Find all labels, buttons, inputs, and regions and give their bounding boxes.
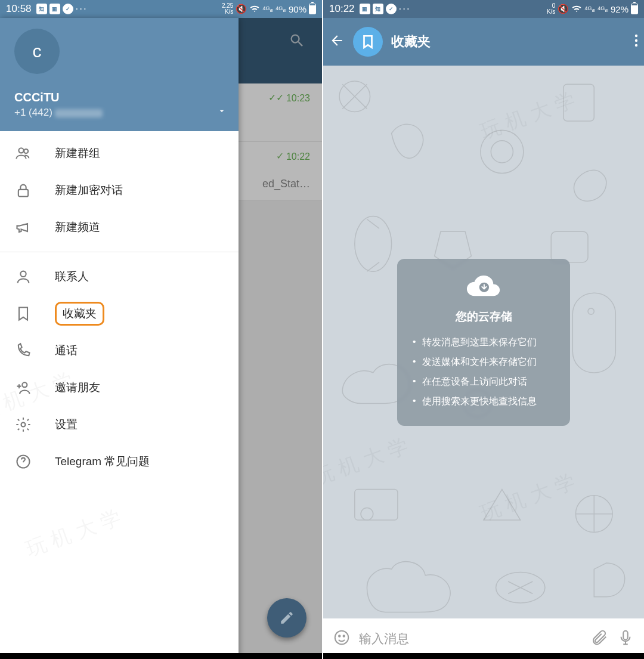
svg-point-5 — [21, 423, 26, 427]
status-time: 10:22 — [329, 3, 355, 15]
svg-rect-2 — [18, 190, 28, 197]
status-time: 10:58 — [6, 3, 32, 15]
status-battery-pct: 90% — [289, 4, 306, 14]
drawer-header[interactable]: c CCCiTU +1 (442) — [0, 18, 239, 131]
svg-point-25 — [343, 635, 345, 637]
status-battery-pct: 92% — [611, 4, 628, 14]
svg-point-14 — [355, 216, 392, 271]
cloud-card-bullet: 发送媒体和文件来存储它们 — [413, 352, 555, 372]
microphone-icon[interactable] — [617, 629, 634, 649]
drawer-faq[interactable]: Telegram 常见问题 — [0, 443, 239, 480]
cloud-storage-card: 您的云存储 转发消息到这里来保存它们 发送媒体和文件来存储它们 在任意设备上访问… — [397, 259, 570, 426]
cloud-card-bullet: 在任意设备上访问此对话 — [413, 372, 555, 392]
cloud-download-icon — [413, 272, 555, 303]
attachment-icon[interactable] — [590, 629, 608, 649]
svg-point-19 — [361, 508, 373, 520]
cloud-card-bullet: 使用搜索来更快地查找信息 — [413, 392, 555, 412]
svg-point-4 — [22, 382, 27, 387]
drawer-settings[interactable]: 设置 — [0, 406, 239, 443]
drawer-calls[interactable]: 通话 — [0, 332, 239, 369]
svg-point-8 — [635, 39, 637, 42]
drawer-item-label: 邀请朋友 — [55, 380, 100, 395]
status-more-icon: ··· — [399, 3, 411, 15]
phone-icon — [14, 342, 32, 359]
svg-point-17 — [588, 308, 594, 314]
back-button[interactable] — [329, 33, 345, 51]
signal-4g-icon-2: 4Gıll — [275, 5, 286, 13]
group-icon — [14, 145, 32, 162]
mute-icon: 🔇 — [558, 4, 569, 14]
svg-point-3 — [20, 271, 26, 277]
divider — [0, 252, 239, 252]
chat-header: 收藏夹 — [323, 18, 644, 66]
person-icon — [14, 268, 32, 285]
drawer-item-label: 新建群组 — [55, 146, 100, 161]
svg-point-23 — [335, 631, 349, 645]
drawer-new-channel[interactable]: 新建频道 — [0, 209, 239, 246]
status-more-icon: ··· — [76, 3, 88, 15]
drawer-invite-friends[interactable]: 邀请朋友 — [0, 369, 239, 406]
svg-point-12 — [481, 130, 524, 173]
drawer-new-secret-chat[interactable]: 新建加密对话 — [0, 172, 239, 209]
android-nav-bar — [323, 653, 644, 659]
drawer-item-label: 收藏夹 — [55, 302, 104, 326]
add-person-icon — [14, 379, 32, 396]
chat-title: 收藏夹 — [391, 33, 626, 51]
account-name: CCCiTU — [14, 91, 227, 104]
status-image-icon: ▣ — [49, 4, 60, 14]
signal-4g-icon-2: 4Gıll — [597, 5, 608, 13]
cloud-card-bullet: 转发消息到这里来保存它们 — [413, 333, 555, 352]
svg-point-13 — [491, 141, 513, 163]
avatar[interactable]: c — [14, 29, 60, 74]
status-chip-icon: 知 — [36, 4, 47, 14]
saved-messages-avatar[interactable] — [353, 27, 383, 57]
signal-4g-icon: 4Gıll — [262, 5, 273, 13]
svg-point-0 — [18, 148, 23, 153]
drawer-saved-messages[interactable]: 收藏夹 — [0, 295, 239, 332]
drawer-item-label: Telegram 常见问题 — [55, 454, 150, 469]
drawer-new-group[interactable]: 新建群组 — [0, 135, 239, 172]
bookmark-icon — [14, 305, 32, 322]
megaphone-icon — [14, 219, 32, 236]
battery-icon — [309, 4, 316, 14]
mute-icon: 🔇 — [236, 4, 247, 14]
lock-icon — [14, 182, 32, 199]
drawer-item-label: 联系人 — [55, 269, 89, 284]
help-icon — [14, 453, 32, 470]
drawer-item-label: 设置 — [55, 417, 78, 432]
status-bar: 10:58 知 ▣ ✓ ··· 2.25K/s 🔇 4Gıll 4Gıll 90… — [0, 0, 322, 18]
svg-rect-15 — [551, 231, 588, 262]
signal-4g-icon: 4Gıll — [584, 5, 595, 13]
svg-rect-26 — [623, 631, 628, 640]
status-bar: 10:22 ▣ 知 ✓ ··· 0K/s 🔇 4Gıll 4Gıll 92% — [323, 0, 644, 18]
status-image-icon: ▣ — [360, 4, 370, 14]
chat-body[interactable]: 您的云存储 转发消息到这里来保存它们 发送媒体和文件来存储它们 在任意设备上访问… — [323, 66, 644, 618]
status-check-icon: ✓ — [63, 4, 73, 14]
drawer-contacts[interactable]: 联系人 — [0, 258, 239, 295]
nav-drawer: c CCCiTU +1 (442) 新建群组 新建加密对话 新建频道 — [0, 18, 239, 659]
more-menu-button[interactable] — [634, 33, 638, 50]
svg-point-7 — [635, 35, 637, 37]
compose-fab[interactable] — [267, 598, 306, 638]
message-input[interactable]: 输入消息 — [359, 630, 582, 647]
svg-point-1 — [24, 149, 28, 153]
battery-icon — [631, 4, 638, 14]
status-net-speed: 2.25K/s — [222, 3, 233, 15]
account-phone: +1 (442) — [14, 107, 227, 119]
wifi-icon — [249, 3, 260, 16]
status-net-speed: 0K/s — [547, 3, 555, 15]
status-chip-icon: 知 — [373, 4, 383, 14]
svg-point-9 — [635, 44, 637, 47]
gear-icon — [14, 416, 32, 433]
cloud-card-heading: 您的云存储 — [413, 309, 555, 324]
account-dropdown-icon[interactable] — [217, 106, 227, 118]
wifi-icon — [571, 3, 582, 16]
drawer-item-label: 通话 — [55, 343, 78, 358]
drawer-item-label: 新建加密对话 — [55, 182, 123, 198]
android-nav-bar — [0, 653, 322, 659]
emoji-icon[interactable] — [333, 629, 351, 649]
svg-point-24 — [339, 635, 340, 637]
svg-rect-11 — [564, 84, 594, 121]
status-check-icon: ✓ — [386, 4, 397, 14]
drawer-item-label: 新建频道 — [55, 219, 100, 235]
